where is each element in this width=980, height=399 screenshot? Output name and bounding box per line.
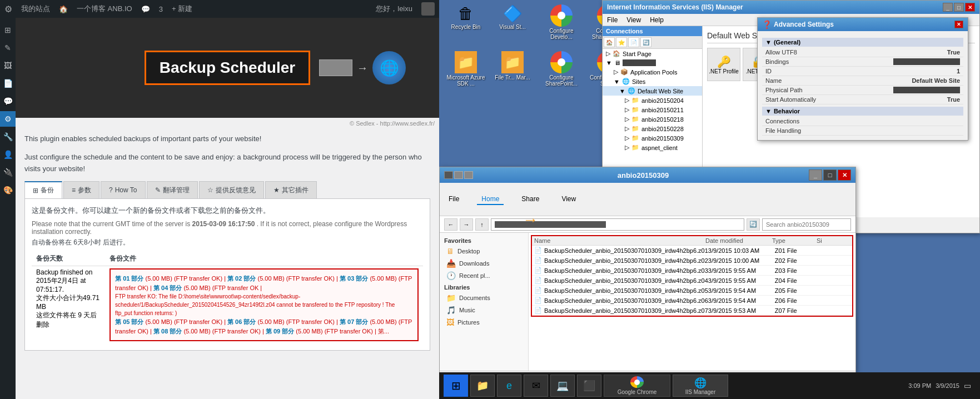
taskbar-mail-btn[interactable]: ✉	[524, 375, 548, 397]
fe-tab-share[interactable]: Share	[517, 194, 544, 205]
log-part2[interactable]: 第 02 部分	[227, 275, 256, 282]
iis-tree-anbio309[interactable]: ▷ 📁 anbio20150309	[603, 133, 702, 143]
iis-minimize-btn[interactable]: _	[943, 3, 953, 12]
tab-params[interactable]: ≡ 参数	[63, 181, 100, 198]
fe-tab-file[interactable]: File	[444, 194, 464, 205]
iis-tree-anbio204[interactable]: ▷ 📁 anbio20150204	[603, 96, 702, 105]
tab-howto[interactable]: ? How To	[101, 181, 145, 198]
iis-maximize-btn[interactable]: □	[954, 3, 964, 12]
start-button[interactable]: ⊞	[444, 375, 468, 397]
desktop-icon-visual[interactable]: 🔷 Visual St...	[490, 4, 535, 49]
fe-sidebar-documents[interactable]: 📁 Documents	[440, 292, 528, 304]
fe-file-row-5[interactable]: 📄BackupScheduler_anbio_20150307010309_ir…	[532, 296, 852, 306]
taskbar-iis-btn[interactable]: 🌐 IIS Manager	[673, 375, 728, 397]
fe-forward-btn[interactable]: →	[460, 218, 473, 231]
fe-file-row-1[interactable]: 📄BackupScheduler_anbio_20150307010309_ir…	[532, 256, 852, 266]
sidebar-icon-comments[interactable]: 💬	[0, 93, 16, 109]
log-part1[interactable]: 第 01 部分	[115, 275, 143, 282]
fe-sidebar-pictures[interactable]: 🖼 Pictures	[440, 316, 528, 328]
sidebar-icon-pages[interactable]: 📄	[0, 76, 16, 91]
sidebar-icon-plugins[interactable]: 🔌	[0, 164, 16, 180]
wp-blog-link[interactable]: 一个博客 ANB.IO	[77, 4, 132, 14]
fe-maximize-btn[interactable]: □	[823, 169, 837, 181]
backup-desc: 这是备份文件。你可以建立一个新的备份文件或者下载您之前的备份文件。	[32, 206, 423, 216]
desktop-icon-azure[interactable]: 📁 Microsoft Azure SDK ...	[444, 51, 488, 96]
fe-close-btn[interactable]: ✕	[838, 169, 851, 181]
fe-minimize-btn[interactable]: _	[809, 169, 822, 181]
iis-close-btn[interactable]: ✕	[965, 3, 975, 12]
file-date-4: 3/9/2015 9:54 AM	[708, 287, 775, 294]
log-part9[interactable]: 第 09 部分	[266, 328, 294, 335]
tab-translate[interactable]: ✎ 翻译管理	[147, 181, 198, 198]
desktop-icon-recycle[interactable]: 🗑 Recycle Bin	[444, 4, 488, 49]
fe-file-row-0[interactable]: 📄BackupScheduler_anbio_20150307010309_ir…	[532, 246, 852, 256]
fe-sidebar-recent[interactable]: 🕐 Recent pl...	[440, 270, 528, 282]
iis-feature-icon[interactable]: 🔑 .NET Profile	[707, 48, 740, 81]
fe-file-row-6[interactable]: 📄BackupScheduler_anbio_20150307010309_ir…	[532, 306, 852, 316]
tab-feedback[interactable]: ☆ 提供反馈意见	[199, 181, 264, 198]
fe-search-input[interactable]	[762, 218, 851, 231]
sidebar-icon-tools[interactable]: 🔧	[0, 129, 16, 144]
taskbar-ie-btn[interactable]: e	[497, 375, 521, 397]
fe-file-row-2[interactable]: 📄BackupScheduler_anbio_20150307010309_ir…	[532, 266, 852, 276]
name-val: Default Web Site	[912, 77, 960, 84]
sidebar-icon-dashboard[interactable]: ⊞	[0, 22, 16, 38]
show-desktop-btn[interactable]: ▭	[964, 381, 971, 390]
fe-refresh-btn[interactable]: 🔄	[747, 218, 760, 231]
desktop-icon-configure[interactable]: Configure Develo...	[539, 4, 584, 49]
fe-up-btn[interactable]: ↑	[475, 218, 489, 231]
wp-site-name[interactable]: 我的站点	[21, 4, 50, 14]
iis-tree-apppools[interactable]: ▷ 📦 Application Pools	[603, 67, 702, 77]
conn-toolbar-btn3[interactable]: 📄	[628, 37, 639, 47]
log-part4[interactable]: 第 04 部分	[153, 285, 182, 291]
log-part8[interactable]: 第 08 部分	[153, 328, 182, 335]
file-name-2: 📄BackupScheduler_anbio_20150307010309_ir…	[534, 267, 708, 274]
file-date-3: 3/9/2015 9:55 AM	[708, 277, 775, 284]
fe-ribbon: File Home Share View	[440, 183, 855, 216]
log-part3[interactable]: 第 03 部分	[340, 275, 368, 282]
log-part5[interactable]: 第 05 部分	[115, 318, 143, 325]
tab-backup[interactable]: ⊞ 备份	[24, 181, 62, 198]
sidebar-icon-users[interactable]: 👤	[0, 147, 16, 162]
conn-toolbar-btn2[interactable]: ⭐	[616, 37, 627, 47]
log-part6[interactable]: 第 06 部分	[227, 318, 256, 325]
iis-menu-view[interactable]: View	[626, 16, 641, 24]
aspnet-label: aspnet_client	[641, 144, 678, 151]
iis-menu-file[interactable]: File	[607, 16, 618, 24]
tab-other[interactable]: ★ 其它插件	[265, 181, 317, 198]
iis-tree-anbio228[interactable]: ▷ 📁 anbio20150228	[603, 124, 702, 133]
sidebar-icon-appearance[interactable]: 🎨	[0, 182, 16, 198]
desktop-icon-fileTr[interactable]: 📁 File Tr... Mar...	[490, 51, 535, 96]
taskbar-terminal-btn[interactable]: ⬛	[577, 375, 601, 397]
fe-file-row-4[interactable]: 📄BackupScheduler_anbio_20150307010309_ir…	[532, 286, 852, 296]
note-prefix: Please note that the current GMT time of…	[32, 220, 192, 228]
fe-sidebar-downloads[interactable]: 📥 Downloads	[440, 257, 528, 270]
iis-tree-startpage[interactable]: ▷ 🏠 Start Page	[603, 49, 702, 58]
iis-tree-anbio218[interactable]: ▷ 📁 anbio20150218	[603, 114, 702, 124]
fe-back-btn[interactable]: ←	[444, 218, 457, 231]
taskbar-explorer-btn[interactable]: 📁	[470, 375, 495, 397]
sidebar-icon-posts[interactable]: ✎	[0, 40, 16, 56]
fe-tab-view[interactable]: View	[557, 194, 580, 205]
fe-sidebar-music[interactable]: 🎵 Music	[440, 304, 528, 316]
conn-toolbar-btn1[interactable]: 🏠	[604, 37, 615, 47]
wp-new-btn[interactable]: + 新建	[172, 4, 192, 14]
iis-tree-server[interactable]: ▼ 🖥 WIN	[603, 58, 702, 67]
fe-file-row-3[interactable]: 📄BackupScheduler_anbio_20150307010309_ir…	[532, 276, 852, 286]
sidebar-icon-media[interactable]: 🖼	[0, 58, 16, 73]
adv-settings-close-btn[interactable]: ✕	[954, 21, 963, 28]
fe-tab-home[interactable]: Home	[477, 194, 504, 205]
fe-sidebar-desktop[interactable]: 🖥 Desktop	[440, 245, 528, 257]
iis-tree-defaultwebsite[interactable]: ▼ 🌐 Default Web Site	[603, 86, 702, 96]
conn-toolbar-btn4[interactable]: 🔄	[640, 37, 651, 47]
iis-tree-sites[interactable]: ▼ 🌐 Sites	[603, 77, 702, 86]
iis-tree-anbio211[interactable]: ▷ 📁 anbio20150211	[603, 105, 702, 114]
log-part7[interactable]: 第 07 部分	[340, 318, 368, 325]
desktop-icon-sharepoint2[interactable]: Configure SharePoint...	[539, 51, 584, 96]
iis-menu-help[interactable]: Help	[650, 16, 664, 24]
sidebar-icon-settings[interactable]: ⚙	[0, 111, 16, 127]
favorites-label: Favorites	[444, 237, 471, 244]
taskbar-chrome-btn[interactable]: Google Chrome	[604, 375, 670, 397]
iis-tree-aspnet[interactable]: ▷ 📁 aspnet_client	[603, 143, 702, 152]
taskbar-computer-btn[interactable]: 💻	[550, 375, 575, 397]
